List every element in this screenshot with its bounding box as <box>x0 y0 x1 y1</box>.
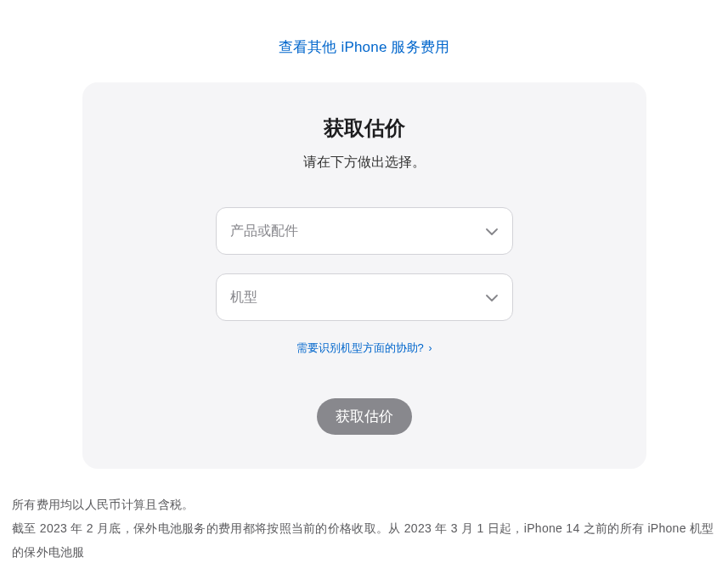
card-subtitle: 请在下方做出选择。 <box>108 154 621 172</box>
footer-text: 所有费用均以人民币计算且含税。 截至 2023 年 2 月底，保外电池服务的费用… <box>10 493 718 563</box>
product-select-wrapper: 产品或配件 <box>216 207 513 255</box>
model-select-wrapper: 机型 <box>216 273 513 321</box>
product-select[interactable]: 产品或配件 <box>216 207 513 255</box>
estimate-card: 获取估价 请在下方做出选择。 产品或配件 机型 需要识别机型方面的协助? › 获… <box>82 82 646 469</box>
footer-line-1: 所有费用均以人民币计算且含税。 <box>12 493 716 516</box>
top-link-row: 查看其他 iPhone 服务费用 <box>10 0 718 82</box>
help-link-text: 需要识别机型方面的协助? <box>296 341 424 354</box>
chevron-right-icon: › <box>428 342 432 354</box>
model-select[interactable]: 机型 <box>216 273 513 321</box>
card-title: 获取估价 <box>108 115 621 142</box>
other-service-fee-link[interactable]: 查看其他 iPhone 服务费用 <box>279 39 450 55</box>
identify-model-help-link[interactable]: 需要识别机型方面的协助? › <box>296 341 432 354</box>
footer-line-2: 截至 2023 年 2 月底，保外电池服务的费用都将按照当前的价格收取。从 20… <box>12 516 716 563</box>
help-link-row: 需要识别机型方面的协助? › <box>108 340 621 356</box>
get-estimate-button[interactable]: 获取估价 <box>317 398 412 435</box>
